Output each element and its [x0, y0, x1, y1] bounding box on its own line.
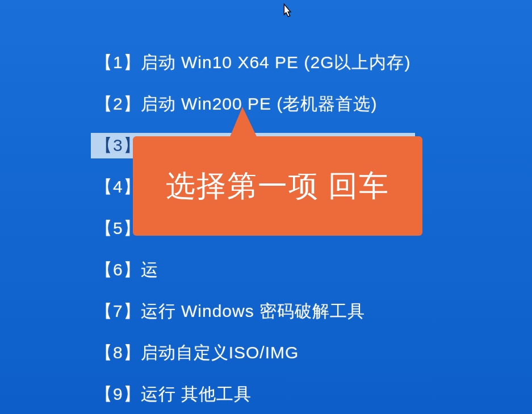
menu-item-9[interactable]: 【9】运行 其他工具 — [91, 382, 415, 407]
instruction-callout: 选择第一项 回车 — [133, 136, 422, 236]
pointer-cursor-icon — [278, 3, 295, 21]
callout-arrow-icon — [215, 107, 279, 172]
menu-item-1[interactable]: 【1】启动 Win10 X64 PE (2G以上内存) — [91, 50, 415, 76]
menu-item-7[interactable]: 【7】运行 Windows 密码破解工具 — [91, 299, 415, 324]
callout-text: 选择第一项 回车 — [166, 166, 389, 206]
menu-item-6[interactable]: 【6】运 — [91, 257, 415, 283]
menu-item-8[interactable]: 【8】启动自定义ISO/IMG — [91, 340, 415, 366]
